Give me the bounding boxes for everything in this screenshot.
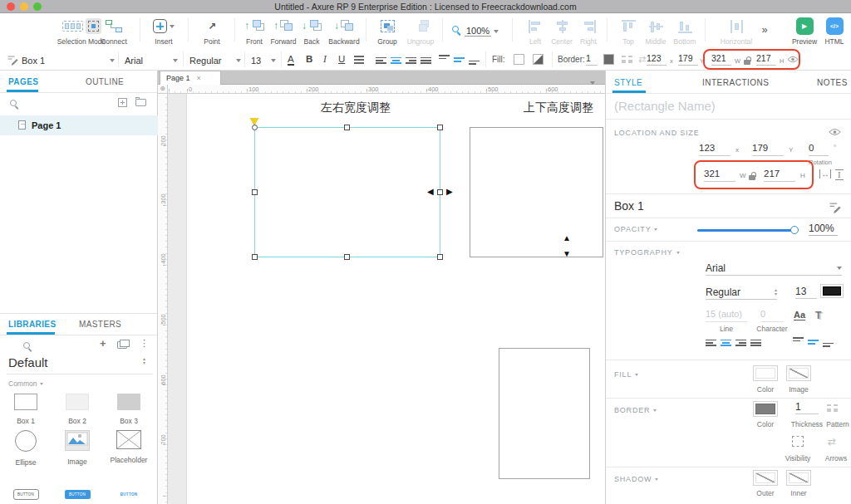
bullet-list-icon[interactable] (354, 56, 364, 64)
width-input[interactable]: 321 (711, 53, 731, 66)
height-input[interactable]: 217 (756, 53, 776, 66)
resize-handle-middle-left[interactable] (252, 189, 258, 195)
library-stepper-icon[interactable]: ▴▾ (143, 357, 145, 365)
text-align-right-button[interactable] (735, 338, 746, 347)
italic-button[interactable]: I (323, 54, 327, 64)
visibility-eye-icon[interactable] (829, 128, 841, 136)
backward-button[interactable]: ↓ Backward (326, 15, 362, 48)
font-size-select[interactable]: 13 (251, 53, 276, 67)
y-input[interactable]: 179 (678, 53, 698, 66)
kebab-menu-icon[interactable]: ⋮ (140, 338, 149, 349)
font-color-button[interactable]: A (288, 54, 294, 66)
search-pages-icon[interactable] (10, 100, 20, 110)
shadow-inner-swatch[interactable] (786, 470, 811, 486)
opacity-slider-track[interactable] (697, 229, 795, 232)
fill-header[interactable]: FILL (614, 370, 638, 379)
character-spacing-input[interactable]: 0 (760, 309, 784, 322)
resize-handle-top-middle[interactable] (344, 125, 350, 130)
resize-handle-bottom-right[interactable] (437, 254, 443, 260)
canvas-area[interactable]: Page 1 × ⊕ 0 100 200 300 400 500 600 200… (158, 71, 605, 504)
shadow-header[interactable]: SHADOW (614, 475, 658, 483)
point-button[interactable]: ↗ Point (193, 15, 231, 48)
back-button[interactable]: ↓ Back (298, 15, 326, 48)
rotation-input[interactable]: 0 (809, 143, 829, 156)
tab-pages[interactable]: PAGES (8, 77, 38, 86)
font-family-select[interactable]: Arial (125, 53, 178, 67)
border-thickness-input[interactable]: 1 (586, 53, 598, 66)
vertical-align-bottom-button[interactable] (469, 55, 480, 65)
tab-libraries[interactable]: LIBRARIES (8, 320, 57, 329)
font-color-swatch[interactable] (820, 284, 844, 298)
font-weight-select[interactable]: Regular▴▾ (706, 285, 777, 300)
line-spacing-input[interactable]: 15 (auto) (706, 309, 747, 322)
add-folder-icon[interactable] (135, 99, 146, 106)
width-input[interactable]: 321 (704, 169, 735, 182)
text-shadow-icon[interactable]: T (815, 310, 821, 321)
font-weight-select[interactable]: Regular (189, 53, 241, 67)
text-align-left-button[interactable] (376, 56, 386, 65)
widget-button-link[interactable]: BUTTON (110, 484, 148, 499)
border-pattern-icon[interactable] (622, 56, 632, 63)
text-align-left-button[interactable] (706, 338, 716, 347)
opacity-slider-knob[interactable] (790, 226, 799, 234)
toolbar-overflow-button[interactable]: » (755, 15, 775, 48)
opacity-value[interactable]: 100% (809, 223, 838, 236)
underline-button[interactable]: U (338, 54, 345, 64)
resize-handle-bottom-left[interactable] (252, 254, 258, 260)
x-input[interactable]: 123 (647, 53, 667, 66)
text-align-center-button[interactable] (721, 338, 731, 347)
applied-style-name[interactable]: Box 1 (614, 199, 644, 213)
resize-handle-bottom-middle[interactable] (344, 254, 350, 260)
fill-image-swatch[interactable] (533, 54, 544, 65)
library-section-label[interactable]: Common (8, 379, 43, 388)
zoom-value[interactable]: 100% (465, 26, 491, 37)
resize-handle-middle-right[interactable] (437, 189, 443, 195)
widget-box1[interactable]: Box 1 (7, 394, 45, 425)
border-visibility-icon[interactable] (792, 436, 804, 447)
selected-rectangle[interactable] (254, 127, 440, 257)
front-button[interactable]: ↑ Front (239, 15, 269, 48)
add-page-icon[interactable] (118, 98, 127, 107)
text-align-right-button[interactable] (406, 56, 416, 65)
vertical-align-middle-button[interactable] (454, 55, 465, 65)
border-arrows-icon[interactable]: ⇄ (828, 436, 836, 448)
tab-interactions[interactable]: INTERACTIONS (702, 78, 769, 87)
preview-button[interactable]: ▶ Preview (785, 15, 824, 48)
fill-color-swatch[interactable] (514, 54, 524, 65)
close-tab-icon[interactable]: × (197, 74, 201, 82)
fit-height-icon[interactable]: I (835, 169, 844, 180)
page-tree-item[interactable]: Page 1 (0, 115, 158, 135)
widget-name-input[interactable]: (Rectangle Name) (614, 99, 716, 113)
tab-masters[interactable]: MASTERS (79, 320, 121, 329)
fill-image-swatch[interactable] (786, 365, 811, 381)
text-align-center-button[interactable] (391, 56, 401, 65)
forward-button[interactable]: ↑ Forward (269, 15, 298, 48)
widget-ellipse[interactable]: Ellipse (7, 430, 45, 467)
vertical-align-bottom-button[interactable] (823, 337, 834, 347)
border-header[interactable]: BORDER (614, 406, 657, 414)
font-size-input[interactable]: 13 (795, 286, 817, 299)
text-case-icon[interactable]: Aa (794, 310, 805, 321)
widget-box3[interactable]: Box 3 (110, 394, 148, 425)
widget-button-outline[interactable]: BUTTON (7, 484, 45, 500)
text-justify-button[interactable] (421, 56, 431, 65)
connect-button[interactable]: Connect (93, 15, 135, 48)
vertical-align-top-button[interactable] (439, 55, 450, 65)
font-family-select[interactable]: Arial (706, 261, 842, 276)
intersected-selection-icon[interactable] (62, 21, 83, 32)
edit-style-icon[interactable] (829, 201, 841, 213)
widget-style-select[interactable]: Box 1 (22, 53, 115, 67)
visibility-eye-icon[interactable] (787, 56, 799, 63)
shadow-outer-swatch[interactable] (753, 470, 778, 486)
fit-width-icon[interactable]: ↔ (819, 169, 831, 179)
text-justify-button[interactable] (750, 338, 761, 347)
resize-handle-top-right[interactable] (437, 125, 443, 130)
lock-ratio-icon[interactable] (744, 56, 752, 66)
y-input[interactable]: 179 (752, 143, 784, 156)
tab-notes[interactable]: NOTES (817, 78, 848, 87)
add-library-icon[interactable]: + (100, 337, 106, 350)
zoom-control[interactable]: 100% (449, 15, 502, 48)
rectangle-height-demo[interactable] (470, 127, 603, 257)
border-color-swatch[interactable] (753, 401, 778, 417)
insert-button[interactable]: Insert (143, 15, 184, 48)
